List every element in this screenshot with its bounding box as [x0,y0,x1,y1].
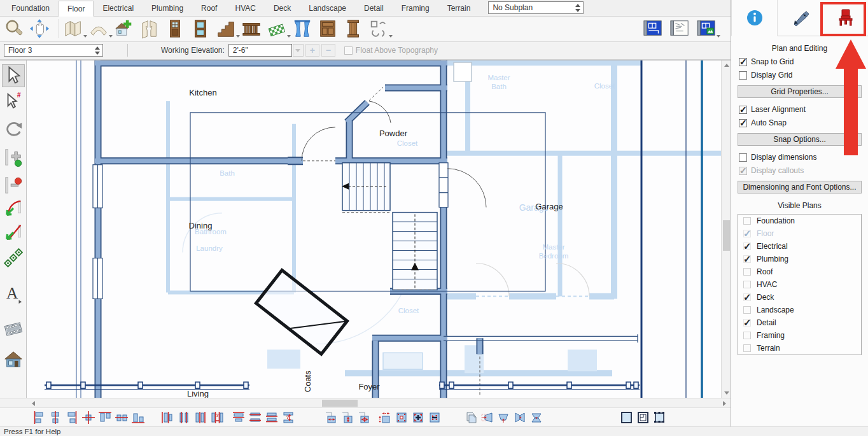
subplan-select[interactable]: No Subplan [488,1,584,14]
pan-tool-icon[interactable] [29,17,53,40]
preview-handles-button[interactable] [651,410,668,425]
fillet-corner-tool-icon[interactable] [2,198,25,221]
floor-spinner-icon[interactable] [93,45,101,55]
wall-tool-icon[interactable] [63,17,87,40]
vertical-scrollbar[interactable] [721,60,731,398]
tab-hvac[interactable]: HVAC [226,0,264,16]
chamfer-corner-tool-icon[interactable] [2,222,25,245]
diagonal-object[interactable] [256,270,347,354]
add-point-tool-icon[interactable] [2,146,25,169]
align-top-button[interactable] [97,410,113,425]
match-width-button[interactable] [322,410,339,425]
rotate-tool-icon[interactable] [2,118,25,141]
remove-point-tool-icon[interactable] [2,174,25,197]
space-v-top-button[interactable] [230,410,247,425]
match-size-button[interactable] [355,410,372,425]
floor-select[interactable]: Floor 3 [4,44,103,57]
working-elevation-input[interactable]: 2'-6" [228,44,292,57]
display-dimensions-checkbox[interactable]: Display dimensions [739,153,868,162]
tab-framing[interactable]: Framing [393,0,438,16]
text-tool-icon[interactable]: A [2,282,25,305]
visible-plan-roof[interactable]: Roof [738,265,861,278]
laser-alignment-checkbox[interactable]: Laser Alignment [739,105,868,114]
tab-landscape[interactable]: Landscape [300,0,355,16]
flip-left-button[interactable] [479,410,495,425]
snap-options-button[interactable]: Snap Options... [738,133,862,146]
grid-properties-button[interactable]: Grid Properties... [738,85,862,98]
elevation-increase-button[interactable]: + [305,44,319,57]
resize-dimensions-button[interactable] [377,410,393,425]
roof-tool-icon[interactable] [114,17,138,40]
horizontal-scroll-thumb[interactable] [322,400,358,407]
select-tool-icon[interactable] [2,64,25,87]
plan-view-drawing-icon[interactable] [668,17,694,40]
enlarge-button[interactable] [410,410,426,425]
panel-tab-drawing[interactable] [778,0,823,36]
tab-roof[interactable]: Roof [192,0,226,16]
visible-plan-framing[interactable]: Framing [738,329,861,342]
curved-wall-tool-icon[interactable] [88,17,113,40]
copy-properties-button[interactable] [462,410,479,425]
space-h-right-button[interactable] [192,410,209,425]
panel-tab-info[interactable] [731,0,778,36]
plan-view-blueprint-icon[interactable] [641,17,667,40]
visible-plan-terrain[interactable]: Terrain [738,342,861,355]
visible-plan-foundation[interactable]: Foundation [738,214,861,227]
tab-plumbing[interactable]: Plumbing [143,0,192,16]
tab-deck[interactable]: Deck [265,0,300,16]
auto-snap-checkbox[interactable]: Auto Snap [739,118,868,127]
tab-terrain[interactable]: Terrain [438,0,480,16]
space-v-custom-button[interactable]: ? [280,410,297,425]
vertical-scroll-thumb[interactable] [723,220,730,251]
railing-tool-icon[interactable] [241,17,265,40]
space-h-custom-button[interactable]: ? [209,410,225,425]
plan-view-rendered-icon[interactable] [695,17,720,40]
floor-material-tool-icon[interactable] [267,17,291,40]
elevation-dropdown-icon[interactable] [293,44,304,57]
visible-plan-floor[interactable]: Floor [738,227,861,240]
center-in-plan-button[interactable] [393,410,410,425]
scroll-left-icon[interactable] [29,398,38,408]
align-middle-button[interactable] [113,410,130,425]
visible-plan-detail[interactable]: Detail [738,316,861,329]
walkthrough-tool-icon[interactable] [2,318,25,341]
reduce-button[interactable] [426,410,443,425]
scroll-right-icon[interactable] [720,398,729,408]
cabinet-tool-icon[interactable] [318,17,342,40]
scroll-down-icon[interactable] [722,388,731,398]
curtain-tool-icon[interactable] [292,17,316,40]
display-callouts-checkbox[interactable]: Display callouts [739,166,868,175]
column-tool-icon[interactable] [343,17,367,40]
match-height-button[interactable] [339,410,355,425]
floor-plan-canvas[interactable]: Master Bath Closet Bath Bathroom Laundry… [27,60,721,398]
visible-plan-hvac[interactable]: HVAC [738,278,861,291]
visible-plan-landscape[interactable]: Landscape [738,304,861,316]
align-bottom-button[interactable] [130,410,146,425]
horizontal-scrollbar[interactable] [0,398,731,407]
float-above-topography-checkbox[interactable]: Float Above Topography [344,46,438,55]
preview-plain-button[interactable] [618,410,634,425]
tab-detail[interactable]: Detail [355,0,393,16]
visible-plan-electrical[interactable]: Electrical [738,240,861,253]
wall-break-tool-icon[interactable] [139,17,164,40]
visible-plan-deck[interactable]: Deck [738,291,861,304]
visible-plan-plumbing[interactable]: Plumbing [738,253,861,265]
tab-electrical[interactable]: Electrical [94,0,143,16]
preview-contents-button[interactable] [634,410,651,425]
scroll-up-icon[interactable] [722,60,731,70]
chain-tool-icon[interactable] [2,246,25,269]
space-h-center-button[interactable] [176,410,192,425]
space-v-bottom-button[interactable] [263,410,280,425]
tab-foundation[interactable]: Foundation [3,0,59,16]
snap-to-grid-checkbox[interactable]: Snap to Grid [739,57,868,66]
elevation-decrease-button[interactable]: − [321,44,335,57]
panel-tab-furniture[interactable] [823,0,868,36]
dimensioning-font-options-button[interactable]: Dimensioning and Font Options... [738,181,862,193]
house-view-tool-icon[interactable] [2,348,25,371]
space-v-middle-button[interactable] [247,410,263,425]
align-left-button[interactable] [31,410,47,425]
align-center-button[interactable] [47,410,64,425]
center-on-point-button[interactable] [80,410,97,425]
tab-floor[interactable]: Floor [59,1,94,17]
door-tool-icon[interactable] [165,17,189,40]
